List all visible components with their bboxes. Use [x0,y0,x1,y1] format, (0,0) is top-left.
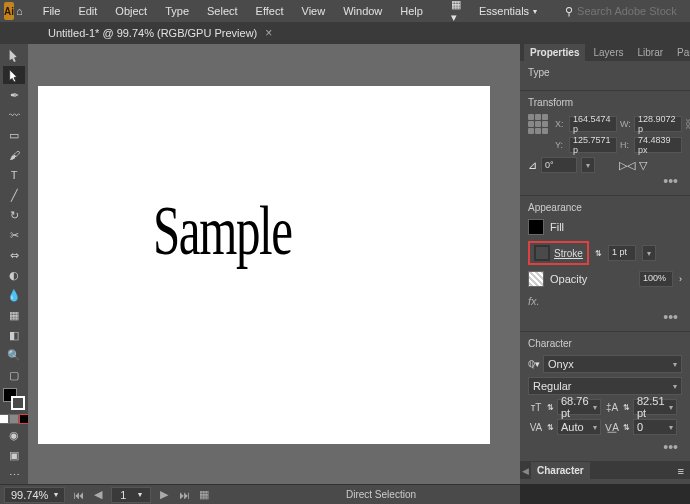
curvature-tool[interactable]: 〰 [3,106,25,124]
flip-h-icon[interactable]: ▷◁ [619,159,635,172]
selection-tool[interactable] [3,46,25,64]
width-tool[interactable]: ⇔ [3,246,25,264]
opacity-field[interactable]: 100% [639,271,673,287]
last-page-icon[interactable]: ⏭ [177,488,191,502]
artboard[interactable]: Sample [38,86,490,444]
stroke-swatch[interactable] [534,245,550,261]
stroke-weight-field[interactable]: 1 pt [608,245,636,261]
direct-selection-tool[interactable] [3,66,25,84]
rotate-field[interactable]: 0° [541,157,577,173]
kerning-field[interactable]: Auto▾ [557,419,601,435]
search-icon: ⚲ [565,5,573,18]
fill-swatch[interactable] [528,219,544,235]
appearance-more[interactable]: ••• [528,309,682,325]
type-label: Type [528,67,682,78]
next-page-icon[interactable]: ▶ [157,488,171,502]
paintbrush-tool[interactable]: 🖌 [3,146,25,164]
h-field[interactable]: 74.4839 px [634,137,682,153]
leading-field[interactable]: 82.51 pt▾ [633,399,677,415]
menu-select[interactable]: Select [199,2,246,20]
stroke-stepper-icon[interactable]: ⇅ [595,249,602,258]
menu-edit[interactable]: Edit [70,2,105,20]
edit-toolbar[interactable]: ⋯ [3,466,25,484]
draw-mode[interactable]: ◉ [3,426,25,444]
menu-help[interactable]: Help [392,2,431,20]
pen-tool[interactable]: ✒ [3,86,25,104]
type-tool[interactable]: T [3,166,25,184]
eraser-tool[interactable]: ◧ [3,326,25,344]
x-field[interactable]: 164.5474 p [569,116,617,132]
tab-layers[interactable]: Layers [587,44,629,61]
flip-v-icon[interactable]: ▽ [639,159,647,172]
scissors-tool[interactable]: ✂ [3,226,25,244]
rotate-dropdown[interactable]: ▾ [581,157,595,173]
gradient-tool[interactable]: ▦ [3,306,25,324]
arrange-docs-icon[interactable]: ▦ ▾ [443,0,469,27]
font-style-field[interactable]: Regular▾ [528,377,682,395]
tab-libraries[interactable]: Librar [631,44,669,61]
page-field[interactable]: 1▾ [111,487,151,503]
artboard-nav-icon[interactable]: ▦ [197,488,211,502]
top-menu-bar: Ai ⌂ File Edit Object Type Select Effect… [0,0,690,22]
reference-point[interactable] [528,114,548,134]
search-input[interactable] [577,5,690,17]
menu-object[interactable]: Object [107,2,155,20]
status-tool-label: Direct Selection [346,489,416,500]
menu-file[interactable]: File [35,2,69,20]
appearance-title: Appearance [528,202,682,213]
artboard-tool[interactable]: ▢ [3,366,25,384]
character-title: Character [528,338,682,349]
tab-character-2[interactable]: Character [531,462,590,479]
font-size-icon: тT [528,400,544,414]
stroke-label[interactable]: Stroke [554,248,583,259]
tab-paragraph[interactable]: Parag [671,44,690,61]
fill-label: Fill [550,221,564,233]
tab-properties[interactable]: Properties [524,44,585,61]
fx-label[interactable]: fx. [528,293,682,309]
menu-type[interactable]: Type [157,2,197,20]
y-field[interactable]: 125.7571 p [569,137,617,153]
shape-builder-tool[interactable]: ◐ [3,266,25,284]
rotate-tool[interactable]: ↻ [3,206,25,224]
menu-window[interactable]: Window [335,2,390,20]
prev-page-icon[interactable]: ◀ [91,488,105,502]
opacity-arrow-icon[interactable]: › [679,274,682,284]
color-modes[interactable] [0,414,29,424]
canvas-area[interactable]: Sample [28,44,520,484]
close-icon[interactable]: × [265,26,272,40]
menu-effect[interactable]: Effect [248,2,292,20]
tools-panel: ✒ 〰 ▭ 🖌 T ╱ ↻ ✂ ⇔ ◐ 💧 ▦ ◧ 🔍 ▢ ◉ ▣ ⋯ [0,44,28,484]
eyedropper-tool[interactable]: 💧 [3,286,25,304]
rectangle-tool[interactable]: ▭ [3,126,25,144]
first-page-icon[interactable]: ⏮ [71,488,85,502]
transform-title: Transform [528,97,682,108]
menu-view[interactable]: View [294,2,334,20]
zoom-tool[interactable]: 🔍 [3,346,25,364]
opacity-swatch[interactable] [528,271,544,287]
font-size-field[interactable]: 68.76 pt▾ [557,399,601,415]
fill-stroke-indicator[interactable] [3,388,25,410]
right-panels: Properties Layers Librar Parag Open Type… [520,44,690,484]
app-logo: Ai [4,2,14,20]
sample-text-object[interactable]: Sample [153,191,292,271]
font-family-field[interactable]: Onyx▾ [543,355,682,373]
status-bar: 99.74%▾ ⏮ ◀ 1▾ ▶ ⏭ ▦ Direct Selection [0,484,520,504]
stroke-highlight: Stroke [528,241,589,265]
panel-menu-icon[interactable]: ≡ [678,465,690,477]
tracking-field[interactable]: 0▾ [633,419,677,435]
stroke-dropdown[interactable]: ▾ [642,245,656,261]
rotate-icon: ⊿ [528,159,537,172]
screen-mode[interactable]: ▣ [3,446,25,464]
leading-icon: ‡A [604,400,620,414]
workspace-switcher[interactable]: Essentials ▾ [471,2,545,20]
link-icon[interactable]: ⛓ [685,118,690,130]
document-tab[interactable]: Untitled-1* @ 99.74% (RGB/GPU Preview) × [36,23,284,43]
zoom-field[interactable]: 99.74%▾ [4,487,65,503]
home-icon[interactable]: ⌂ [16,2,23,20]
opacity-label[interactable]: Opacity [550,273,587,285]
more-options[interactable]: ••• [528,173,682,189]
line-tool[interactable]: ╱ [3,186,25,204]
character-more[interactable]: ••• [528,439,682,455]
stock-search[interactable]: ⚲ [557,5,690,18]
w-field[interactable]: 128.9072 p [634,116,682,132]
